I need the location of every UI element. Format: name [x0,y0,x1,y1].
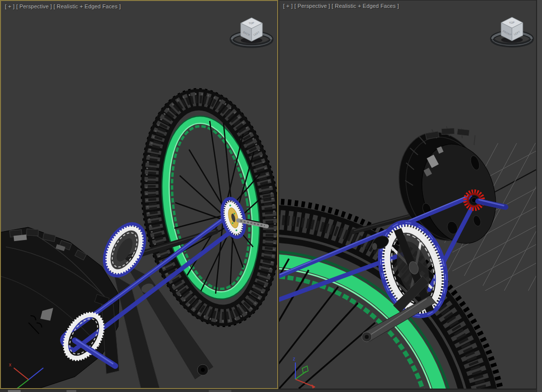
timeline-edge-nub [209,390,231,392]
timeline-edge [0,389,537,392]
ui-edge-right [537,0,542,392]
scene-right[interactable]: z TOP FRONT LEFT [279,0,536,389]
scene-left[interactable]: x y TOP BACK LEFT [1,1,277,388]
timeline-edge-nub [66,390,76,392]
viewport-right-label[interactable]: [ + ] [ Perspective ] [ Realistic + Edge… [283,3,399,9]
viewport-right[interactable]: z TOP FRONT LEFT [ + ] [ Perspective ] [… [279,0,537,389]
timeline-edge-nub [8,390,21,392]
axis-x-label: x [9,362,11,367]
viewport-left-label[interactable]: [ + ] [ Perspective ] [ Realistic + Edge… [5,3,121,9]
viewport-area: x y TOP BACK LEFT [ + ] [ Perspective ] … [0,0,542,392]
viewport-left[interactable]: x y TOP BACK LEFT [ + ] [ Perspective ] … [0,0,278,389]
axis-z-label: z [293,356,295,362]
